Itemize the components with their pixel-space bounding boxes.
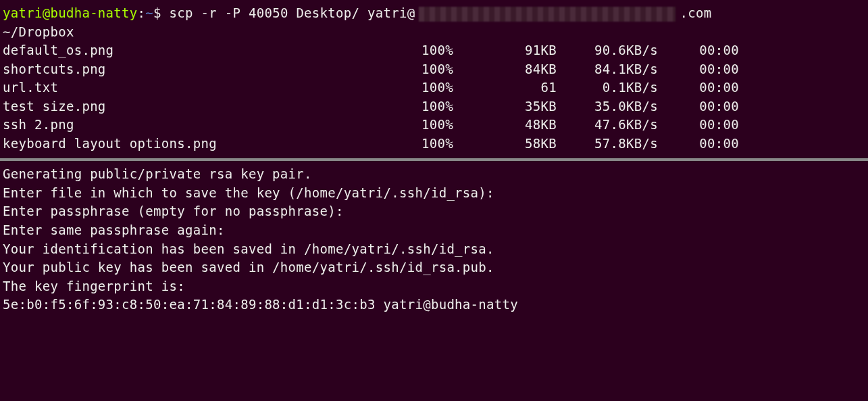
terminal-pane-bottom[interactable]: Generating public/private rsa key pair.E… [0, 158, 868, 318]
output-line: Your public key has been saved in /home/… [3, 258, 865, 277]
file-size: 58KB [489, 135, 557, 154]
file-transfer-row: url.txt100%610.1KB/s00:00 [3, 78, 865, 97]
prompt-sep: : [138, 5, 146, 20]
command-text-part2: .com [680, 5, 711, 20]
file-time: 00:00 [658, 116, 739, 135]
file-percent: 100% [422, 78, 489, 97]
file-percent: 100% [422, 135, 489, 154]
file-time: 00:00 [658, 78, 739, 97]
keygen-output: Generating public/private rsa key pair.E… [3, 165, 865, 314]
prompt-dollar: $ [153, 5, 161, 20]
file-transfer-row: ssh 2.png100%48KB47.6KB/s00:00 [3, 116, 865, 135]
file-size: 48KB [489, 116, 557, 135]
file-time: 00:00 [658, 135, 739, 154]
redacted-hostname [419, 7, 675, 22]
file-time: 00:00 [658, 60, 739, 79]
file-percent: 100% [422, 116, 489, 135]
prompt-path: ~ [145, 5, 153, 20]
prompt-line: yatri@budha-natty:~$ scp -r -P 40050 Des… [3, 4, 865, 23]
file-transfer-row: shortcuts.png100%84KB84.1KB/s00:00 [3, 60, 865, 79]
file-speed: 35.0KB/s [557, 97, 658, 116]
file-name: shortcuts.png [3, 60, 422, 79]
command-text-part1: scp -r -P 40050 Desktop/ yatri@ [170, 5, 415, 20]
file-speed: 84.1KB/s [557, 60, 658, 79]
file-transfer-row: keyboard layout options.png100%58KB57.8K… [3, 135, 865, 154]
file-size: 61 [489, 78, 557, 97]
file-name: url.txt [3, 78, 422, 97]
output-line: Enter file in which to save the key (/ho… [3, 184, 865, 203]
file-transfer-row: test size.png100%35KB35.0KB/s00:00 [3, 97, 865, 116]
dest-path-line: ~/Dropbox [3, 23, 865, 42]
file-speed: 57.8KB/s [557, 135, 658, 154]
output-line: 5e:b0:f5:6f:93:c8:50:ea:71:84:89:88:d1:d… [3, 296, 865, 314]
file-transfer-list: default_os.png100%91KB90.6KB/s00:00short… [3, 41, 865, 153]
file-name: ssh 2.png [3, 116, 422, 135]
file-speed: 47.6KB/s [557, 116, 658, 135]
file-percent: 100% [422, 41, 489, 60]
file-percent: 100% [422, 97, 489, 116]
file-name: default_os.png [3, 41, 422, 60]
file-name: test size.png [3, 97, 422, 116]
file-speed: 0.1KB/s [557, 78, 658, 97]
file-time: 00:00 [658, 41, 739, 60]
file-size: 84KB [489, 60, 557, 79]
output-line: Generating public/private rsa key pair. [3, 165, 865, 184]
file-size: 91KB [489, 41, 557, 60]
file-percent: 100% [422, 60, 489, 79]
terminal-pane-top[interactable]: yatri@budha-natty:~$ scp -r -P 40050 Des… [0, 0, 868, 158]
file-speed: 90.6KB/s [557, 41, 658, 60]
prompt-user-host: yatri@budha-natty [3, 5, 138, 20]
output-line: Your identification has been saved in /h… [3, 240, 865, 259]
output-line: Enter passphrase (empty for no passphras… [3, 202, 865, 221]
output-line: The key fingerprint is: [3, 277, 865, 296]
file-name: keyboard layout options.png [3, 135, 422, 154]
file-time: 00:00 [658, 97, 739, 116]
file-transfer-row: default_os.png100%91KB90.6KB/s00:00 [3, 41, 865, 60]
file-size: 35KB [489, 97, 557, 116]
output-line: Enter same passphrase again: [3, 221, 865, 240]
